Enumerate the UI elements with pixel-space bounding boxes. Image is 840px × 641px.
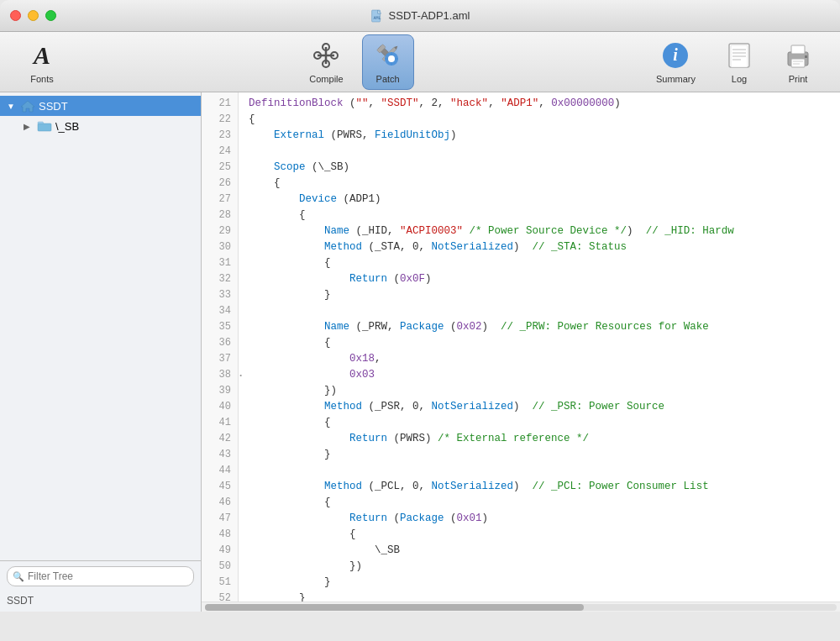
- line-number: 50: [202, 559, 238, 575]
- line-number: 22: [202, 112, 238, 128]
- summary-toolbar-item[interactable]: i Summary: [646, 35, 706, 89]
- line-number: 31: [202, 255, 238, 271]
- line-number: 41: [202, 415, 238, 431]
- svg-rect-30: [805, 55, 807, 58]
- line-number: 28: [202, 208, 238, 223]
- fonts-toolbar-item[interactable]: A Fonts: [17, 35, 67, 89]
- line-number: 43: [202, 447, 238, 463]
- line-number: 51: [202, 575, 238, 591]
- svg-rect-28: [791, 45, 805, 54]
- code-line: }): [249, 383, 830, 399]
- sidebar-item-lsb[interactable]: ▶ \_SB: [0, 116, 201, 136]
- line-number: 34: [202, 303, 238, 319]
- scrollbar-track: [205, 604, 837, 611]
- code-line: Return (Package (0x01): [249, 511, 830, 527]
- traffic-lights: [10, 10, 56, 21]
- code-line: Method (_STA, 0, NotSerialized) // _STA:…: [249, 239, 830, 255]
- line-number: 45: [202, 479, 238, 495]
- code-line: Scope (\_SB): [249, 160, 830, 176]
- code-line: [249, 144, 830, 160]
- lsb-label: \_SB: [55, 120, 79, 133]
- code-line: }: [249, 447, 830, 463]
- code-line: }: [249, 287, 830, 303]
- svg-rect-34: [38, 123, 51, 131]
- code-line: 0x18,: [249, 351, 830, 367]
- svg-rect-29: [791, 59, 805, 67]
- file-icon: AML: [370, 9, 384, 23]
- home-icon: [20, 99, 35, 113]
- toolbar: A Fonts Compile: [0, 32, 840, 92]
- code-content[interactable]: 2122232425262728293031323334353637383940…: [202, 92, 840, 602]
- print-toolbar-item[interactable]: Print: [773, 35, 823, 89]
- code-line: Device (ADP1): [249, 192, 830, 208]
- code-line: Name (_HID, "ACPI0003" /* Power Source D…: [249, 223, 830, 239]
- line-number: 21: [202, 96, 238, 112]
- sidebar-filter: 🔍: [0, 560, 201, 591]
- svg-rect-16: [391, 62, 392, 66]
- line-number: 33: [202, 287, 238, 303]
- compile-label: Compile: [309, 74, 343, 84]
- line-number: 44: [202, 463, 238, 479]
- code-editor[interactable]: 2122232425262728293031323334353637383940…: [202, 92, 840, 612]
- line-number: 30: [202, 239, 238, 255]
- code-line: {: [249, 255, 830, 271]
- log-toolbar-item[interactable]: Log: [714, 35, 764, 89]
- line-number: 46: [202, 495, 238, 511]
- compile-toolbar-item[interactable]: Compile: [299, 35, 353, 89]
- main-content: ▼ SSDT ▶ \_SB 🔍 SSDT: [0, 92, 840, 612]
- scrollbar-thumb[interactable]: [205, 604, 584, 611]
- fonts-label: Fonts: [30, 74, 54, 84]
- summary-icon: i: [660, 40, 690, 71]
- search-icon: 🔍: [13, 571, 24, 582]
- line-number: 36: [202, 335, 238, 351]
- log-label: Log: [732, 74, 747, 84]
- line-number: 47: [202, 511, 238, 527]
- code-line: DefinitionBlock ("", "SSDT", 2, "hack", …: [249, 96, 830, 112]
- code-line: }): [249, 559, 830, 575]
- summary-label: Summary: [656, 74, 696, 84]
- line-number: 24: [202, 144, 238, 160]
- line-number: 52: [202, 591, 238, 602]
- code-line: 0x03: [249, 367, 830, 383]
- horizontal-scrollbar[interactable]: [202, 602, 840, 612]
- line-number: 26: [202, 176, 238, 192]
- code-line: {: [249, 415, 830, 431]
- patch-label: Patch: [376, 74, 400, 84]
- code-line: }: [249, 575, 830, 591]
- expand-arrow: ▼: [7, 102, 17, 111]
- line-numbers: 2122232425262728293031323334353637383940…: [202, 92, 239, 602]
- ssdt-label: SSDT: [39, 100, 68, 113]
- sidebar: ▼ SSDT ▶ \_SB 🔍 SSDT: [0, 92, 202, 612]
- compile-icon: [311, 40, 341, 71]
- svg-marker-33: [21, 101, 34, 112]
- minimize-button[interactable]: [28, 10, 39, 21]
- svg-rect-15: [391, 52, 392, 55]
- filter-input[interactable]: [7, 566, 194, 586]
- title-bar: AML SSDT-ADP1.aml: [0, 0, 840, 32]
- code-line: External (PWRS, FieldUnitObj): [249, 128, 830, 144]
- code-line: \_SB: [249, 543, 830, 559]
- line-number: 40: [202, 399, 238, 415]
- folder-icon: [37, 120, 52, 132]
- code-line: Name (_PRW, Package (0x02) // _PRW: Powe…: [249, 319, 830, 335]
- code-line: {: [249, 527, 830, 543]
- line-number: 35: [202, 319, 238, 335]
- patch-toolbar-item[interactable]: Patch: [362, 34, 414, 90]
- line-number: 25: [202, 160, 238, 176]
- sidebar-item-ssdt[interactable]: ▼ SSDT: [0, 96, 201, 116]
- svg-rect-18: [395, 58, 398, 60]
- log-icon: [724, 40, 754, 71]
- line-number: 32: [202, 271, 238, 287]
- line-number: 23: [202, 128, 238, 144]
- maximize-button[interactable]: [45, 10, 56, 21]
- close-button[interactable]: [10, 10, 21, 21]
- line-number: 29: [202, 223, 238, 239]
- line-number: 38: [202, 367, 238, 383]
- line-number: 39: [202, 383, 238, 399]
- svg-text:AML: AML: [374, 15, 381, 20]
- line-number: 48: [202, 527, 238, 543]
- code-line: [249, 303, 830, 319]
- code-line: Return (0x0F): [249, 271, 830, 287]
- code-line: }: [249, 591, 830, 602]
- sidebar-status: SSDT: [0, 591, 201, 612]
